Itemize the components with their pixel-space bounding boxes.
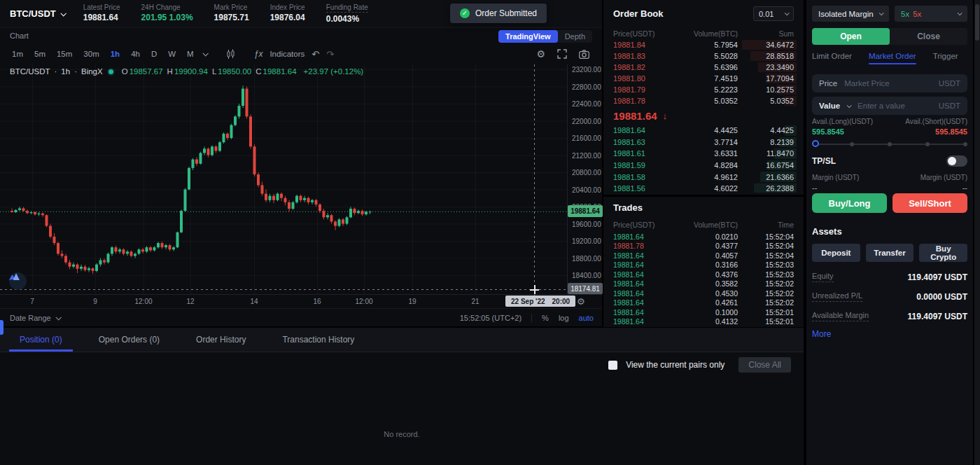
tab-transaction-history[interactable]: Transaction History	[282, 328, 354, 352]
undo-icon[interactable]: ↶	[312, 49, 319, 60]
trade-row[interactable]: 19881.640.413215:52:01	[603, 317, 804, 327]
trade-row[interactable]: 19881.640.426115:52:02	[603, 298, 804, 308]
tab-position[interactable]: Position (0)	[20, 328, 62, 352]
amount-slider[interactable]	[812, 140, 967, 148]
indicators-button[interactable]: Indicators	[270, 50, 304, 58]
order-book-row[interactable]: 19881.785.03525.0352	[603, 95, 804, 106]
order-book-row[interactable]: 19881.807.451917.7094	[603, 73, 804, 84]
log-scale-button[interactable]: log	[559, 314, 569, 322]
order-book-row[interactable]: 19881.795.222310.2575	[603, 84, 804, 95]
slider-step[interactable]	[963, 142, 967, 146]
timeframe-M[interactable]: M	[185, 48, 196, 60]
slider-handle[interactable]	[812, 140, 819, 147]
open-tab-button[interactable]: Open	[812, 28, 890, 45]
order-book-row[interactable]: 19881.594.828416.6754	[603, 160, 804, 172]
axis-settings-gear-icon[interactable]: ⚙	[577, 296, 585, 307]
crosshair-price-badge: 18174.81	[568, 283, 603, 294]
settings-gear-icon[interactable]: ⚙	[536, 49, 545, 59]
order-book-row[interactable]: 19881.633.77148.2139	[603, 137, 804, 148]
trade-row[interactable]: 19881.640.316615:52:03	[603, 261, 804, 270]
candlestick-chart[interactable]: BTC/USDT · 1h · BingX O19857.67H19900.94…	[0, 64, 567, 294]
timeframe-15m[interactable]: 15m	[55, 48, 74, 60]
tab-limit-order[interactable]: Limit Order	[812, 52, 852, 64]
close-tab-button[interactable]: Close	[890, 28, 967, 45]
tab-market-order[interactable]: Market Order	[869, 52, 916, 64]
value-input[interactable]: Value Enter a value USDT	[812, 97, 967, 115]
trade-row[interactable]: 19881.640.453015:52:02	[603, 289, 804, 298]
chevron-down-icon[interactable]	[847, 103, 852, 108]
fullscreen-icon[interactable]	[557, 49, 567, 59]
slider-step[interactable]	[925, 142, 930, 146]
leverage-dropdown[interactable]: 5x5x	[895, 6, 967, 22]
trade-row[interactable]: 19881.780.437715:52:04	[603, 242, 804, 251]
tab-trigger[interactable]: Trigger	[933, 52, 958, 64]
slider-step[interactable]	[888, 142, 892, 146]
equity-value: 119.4097 USDT	[908, 272, 967, 282]
order-book-mid-price[interactable]: 19881.64 ↓	[603, 106, 804, 125]
more-link[interactable]: More	[812, 329, 831, 339]
legend-ohlc: O19857.67H19900.94L19850.00C19881.64	[119, 67, 297, 76]
deposit-button[interactable]: Deposit	[812, 244, 860, 262]
tpsl-label: TP/SL	[812, 156, 836, 166]
timeframe-1h[interactable]: 1h	[108, 48, 122, 60]
tab-open-orders[interactable]: Open Orders (0)	[99, 328, 160, 352]
order-book-row[interactable]: 19881.845.795434.6472	[603, 39, 804, 50]
fx-icon[interactable]: ƒx	[254, 49, 263, 59]
trade-row[interactable]: 19881.640.100015:52:01	[603, 307, 804, 317]
crosshair-marker	[530, 285, 539, 294]
time-axis[interactable]: 22 Sep '22 20:00 ⚙ 7912:0012141612:00192…	[0, 294, 602, 308]
precision-dropdown[interactable]: 0.01	[753, 6, 794, 21]
cell-pr: 19881.78	[613, 242, 672, 250]
col-volume: Volume(BTC)	[672, 221, 738, 229]
timeframe-W[interactable]: W	[166, 48, 178, 60]
auto-scale-button[interactable]: auto	[579, 314, 594, 322]
order-book-row[interactable]: 19881.825.639623.3490	[603, 62, 804, 73]
timeframe-4h[interactable]: 4h	[129, 48, 142, 60]
trade-row[interactable]: 19881.640.358215:52:02	[603, 279, 804, 289]
pair-selector[interactable]: BTC/USDT	[10, 8, 65, 19]
sell-short-button[interactable]: Sell/Short	[892, 193, 967, 213]
redo-icon[interactable]: ↷	[326, 49, 334, 60]
timeframe-1m[interactable]: 1m	[10, 48, 25, 60]
price-tick-label: 18400.00	[572, 272, 601, 279]
trade-row[interactable]: 19881.640.437615:52:03	[603, 270, 804, 279]
transfer-button[interactable]: Transfer	[866, 244, 914, 262]
slider-step[interactable]	[850, 142, 854, 146]
timeframe-30m[interactable]: 30m	[81, 48, 101, 60]
date-range-button[interactable]: Date Range	[10, 314, 60, 322]
buy-crypto-button[interactable]: Buy Crypto	[919, 244, 967, 262]
chevron-down-icon	[958, 11, 962, 15]
camera-icon[interactable]	[579, 50, 589, 59]
chevron-down-icon[interactable]	[202, 50, 208, 56]
current-pairs-checkbox[interactable]	[608, 361, 617, 370]
tradingview-toggle-button[interactable]: TradingView	[498, 30, 558, 43]
close-all-button[interactable]: Close All	[738, 357, 791, 373]
order-book-row[interactable]: 19881.644.44254.4425	[603, 125, 804, 137]
avail-long-label: Avail.(Long)(USDT)	[812, 118, 873, 125]
percent-scale-button[interactable]: %	[542, 314, 549, 322]
depth-toggle-button[interactable]: Depth	[558, 30, 592, 43]
timeframe-5m[interactable]: 5m	[32, 48, 48, 60]
cell-vol: 5.2223	[672, 85, 738, 94]
trade-row[interactable]: 19881.640.021015:52:04	[603, 232, 804, 242]
order-book-row[interactable]: 19881.613.633111.8470	[603, 148, 804, 160]
window-scrollbar[interactable]	[974, 0, 980, 465]
trade-row[interactable]: 19881.640.405715:52:04	[603, 251, 804, 261]
chart-legend: BTC/USDT · 1h · BingX O19857.67H19900.94…	[10, 67, 363, 76]
tpsl-toggle[interactable]	[946, 155, 967, 167]
margin-mode-dropdown[interactable]: Isolated Margin	[812, 6, 889, 22]
buy-long-button[interactable]: Buy/Long	[812, 193, 887, 213]
timeframe-D[interactable]: D	[149, 48, 159, 60]
order-book-row[interactable]: 19881.584.961221.6366	[603, 171, 804, 183]
order-book-row[interactable]: 19881.564.602226.2388	[603, 183, 804, 193]
candle-style-icon[interactable]	[225, 49, 236, 60]
tab-order-history[interactable]: Order History	[196, 328, 246, 352]
scrollbar-thumb[interactable]	[975, 4, 979, 41]
price-input[interactable]: Price Market Price USDT	[812, 74, 967, 92]
cell-pr: 19881.64	[613, 317, 672, 326]
chart-logo-icon[interactable]	[9, 272, 27, 290]
axis-drag-handle[interactable]	[0, 320, 4, 335]
order-book-row[interactable]: 19881.835.502828.8518	[603, 50, 804, 62]
price-axis[interactable]: 18400.0018800.0019200.0019600.0020000.00…	[567, 64, 602, 294]
cell-pr: 19881.82	[613, 63, 672, 71]
